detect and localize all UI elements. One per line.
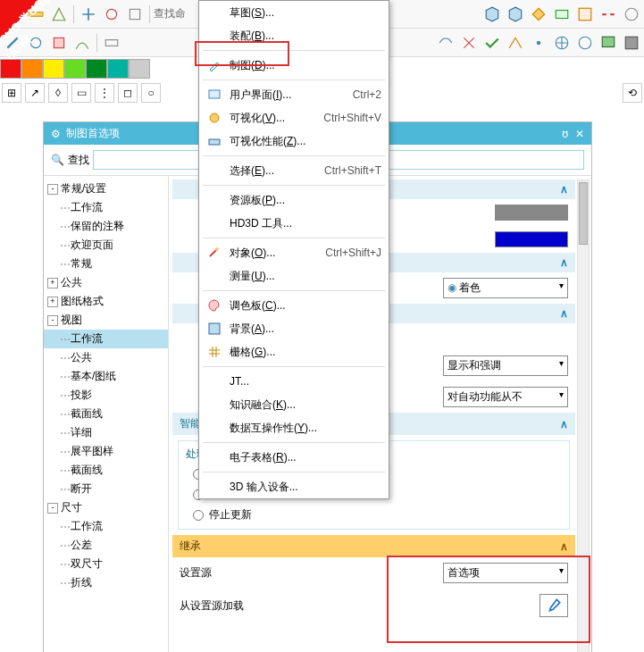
tree-toggle[interactable]: - — [47, 184, 58, 195]
tool-icon[interactable] — [71, 32, 93, 54]
tree-toggle[interactable]: + — [47, 278, 58, 288]
menu-item[interactable]: 数据互操作性(Y)... — [199, 416, 389, 439]
tool-icon[interactable] — [435, 32, 456, 54]
menu-item[interactable]: 知识融合(K)... — [199, 393, 389, 416]
menu-item[interactable]: 可视化(V)...Ctrl+Shift+V — [199, 106, 389, 130]
color-swatch[interactable] — [107, 59, 129, 79]
tool-icon[interactable] — [2, 4, 23, 25]
tree-node[interactable]: ⋯欢迎页面 — [44, 236, 168, 255]
tool-icon[interactable] — [481, 32, 503, 54]
tree-node[interactable]: ⋯公差 — [44, 536, 168, 555]
menu-item[interactable]: 电子表格(R)... — [199, 446, 389, 469]
tree-node[interactable]: ⋯工作流 — [44, 517, 168, 536]
tool-cube-icon[interactable] — [481, 4, 503, 25]
tree-toggle[interactable]: + — [47, 297, 58, 307]
tree-node[interactable]: ⋯常规 — [44, 255, 168, 273]
tree-node[interactable]: -尺寸 — [44, 498, 168, 517]
tool-icon[interactable] — [101, 4, 122, 25]
category-tree[interactable]: -常规/设置⋯工作流⋯保留的注释⋯欢迎页面⋯常规+公共+图纸格式-视图⋯工作流⋯… — [44, 176, 169, 652]
close-icon[interactable]: ✕ — [575, 128, 584, 140]
menu-item[interactable]: 资源板(P)... — [199, 188, 389, 212]
tool-icon[interactable] — [598, 4, 619, 25]
tool-icon[interactable] — [2, 32, 23, 54]
menu-item[interactable]: 3D 输入设备... — [199, 475, 389, 498]
source-dropdown[interactable]: 首选项 — [443, 563, 568, 583]
tree-node[interactable]: -视图 — [44, 311, 168, 330]
menu-item[interactable]: 用户界面(I)...Ctrl+2 — [199, 83, 389, 106]
tool-icon[interactable] — [598, 32, 619, 54]
tool-icon[interactable] — [574, 32, 596, 54]
color-swatch[interactable] — [21, 59, 43, 79]
tool-icon[interactable] — [124, 4, 146, 25]
tool-icon[interactable] — [551, 4, 573, 25]
tree-node[interactable]: -常规/设置 — [44, 180, 168, 198]
tree-node[interactable]: ⋯截面线 — [44, 405, 168, 423]
tool-icon[interactable] — [621, 32, 642, 54]
tree-node[interactable]: ⋯截面线 — [44, 461, 168, 480]
eyedropper-button[interactable] — [539, 594, 568, 617]
small-button[interactable]: ▭ — [71, 83, 91, 103]
color-swatch[interactable] — [0, 59, 21, 79]
small-button[interactable]: ⟲ — [623, 83, 642, 103]
tree-node[interactable]: ⋯详细 — [44, 423, 168, 442]
tool-icon[interactable] — [78, 4, 99, 25]
tree-toggle[interactable]: - — [47, 503, 58, 514]
tree-node[interactable]: ⋯保留的注释 — [44, 217, 168, 236]
collapse-icon[interactable]: ∧ — [560, 307, 568, 320]
collapse-icon[interactable]: ∧ — [560, 183, 568, 196]
radio-stop[interactable]: 停止更新 — [179, 505, 569, 525]
tree-node[interactable]: ⋯工作流 — [44, 330, 168, 348]
menu-item[interactable]: 测量(U)... — [199, 264, 389, 288]
tree-node[interactable]: ⋯折线 — [44, 573, 168, 592]
small-button[interactable]: ○ — [141, 83, 161, 103]
tree-node[interactable]: ⋯双尺寸 — [44, 555, 168, 573]
tool-icon[interactable] — [574, 4, 596, 25]
tool-cube-icon[interactable] — [505, 4, 526, 25]
color-swatch[interactable] — [64, 59, 86, 79]
color-swatch[interactable] — [129, 59, 150, 79]
scroll-thumb[interactable] — [579, 182, 588, 245]
tool-icon[interactable] — [505, 32, 526, 54]
tree-node[interactable]: ⋯展平图样 — [44, 442, 168, 461]
tool-icon[interactable] — [48, 32, 70, 54]
menu-item[interactable]: 对象(O)...Ctrl+Shift+J — [199, 241, 389, 264]
tree-node[interactable]: ⋯断开 — [44, 480, 168, 498]
menu-item[interactable]: 制图(D)... — [199, 54, 389, 77]
tool-icon[interactable] — [25, 4, 46, 25]
menu-item[interactable]: HD3D 工具... — [199, 212, 389, 235]
color-swatch[interactable] — [43, 59, 64, 79]
tool-icon[interactable] — [528, 32, 549, 54]
menu-item[interactable]: JT... — [199, 370, 389, 393]
tree-node[interactable]: ⋯投影 — [44, 386, 168, 405]
scrollbar[interactable] — [577, 180, 590, 652]
shade-dropdown[interactable]: ◉ 着色 — [443, 278, 568, 298]
menu-item[interactable]: 背景(A)... — [199, 317, 389, 340]
small-button[interactable]: ⊞ — [2, 83, 21, 103]
collapse-icon[interactable]: ∧ — [560, 418, 568, 430]
menu-item[interactable]: 栅格(G)... — [199, 340, 389, 364]
auto-dropdown[interactable]: 对自动功能从不 — [443, 387, 568, 407]
help-icon[interactable]: ʊ — [562, 128, 568, 140]
tool-icon[interactable] — [621, 4, 642, 25]
tool-icon[interactable] — [48, 4, 70, 25]
small-button[interactable]: ◻ — [118, 83, 138, 103]
menu-item[interactable]: 调色板(C)... — [199, 294, 389, 317]
color-swatch[interactable] — [495, 205, 568, 221]
display-dropdown[interactable]: 显示和强调 — [443, 355, 568, 376]
tree-node[interactable]: ⋯工作流 — [44, 198, 168, 217]
tool-icon[interactable] — [528, 4, 549, 25]
small-button[interactable]: ↗ — [25, 83, 45, 103]
tree-node[interactable]: +公共 — [44, 273, 168, 292]
small-button[interactable]: ◊ — [48, 83, 68, 103]
collapse-icon[interactable]: ∧ — [560, 540, 568, 553]
tool-icon[interactable] — [101, 32, 122, 54]
tool-icon[interactable] — [458, 32, 480, 54]
tree-node[interactable]: ⋯基本/图纸 — [44, 367, 168, 386]
tree-toggle[interactable]: - — [47, 315, 58, 326]
menu-item[interactable]: 选择(E)...Ctrl+Shift+T — [199, 159, 389, 182]
small-button[interactable]: ⋮ — [95, 83, 114, 103]
tree-node[interactable]: +图纸格式 — [44, 292, 168, 311]
menu-item[interactable]: 草图(S)... — [199, 1, 389, 24]
color-swatch[interactable] — [495, 231, 568, 247]
tool-icon[interactable] — [551, 32, 573, 54]
